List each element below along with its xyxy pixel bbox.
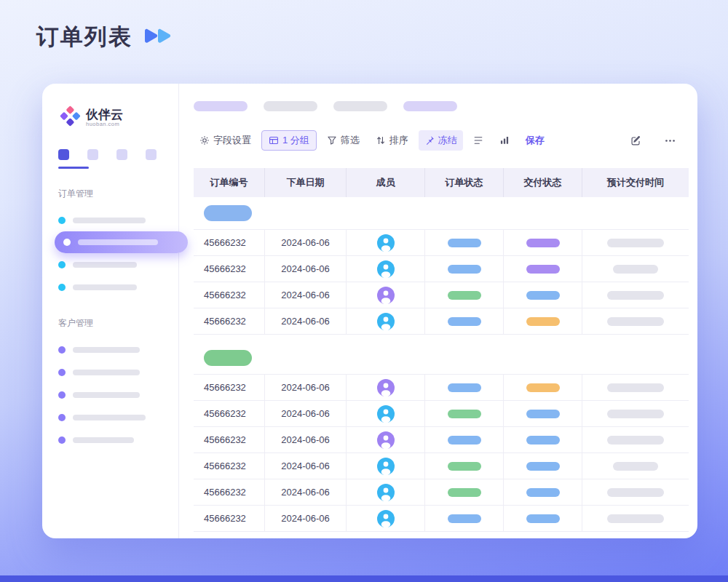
table-row[interactable]: 456662322024-06-06 — [194, 256, 689, 282]
cell-eta — [582, 453, 689, 479]
group-gap — [194, 335, 689, 342]
table-row[interactable]: 456662322024-06-06 — [194, 230, 689, 256]
cell-order-no: 45666232 — [194, 230, 265, 255]
cell-order-status — [425, 453, 504, 479]
chart-button[interactable] — [494, 132, 515, 149]
cell-eta — [582, 230, 689, 255]
column-header-5[interactable]: 交付状态 — [504, 168, 582, 197]
cell-delivery-status — [504, 427, 582, 453]
cell-member — [347, 479, 425, 505]
table-row[interactable]: 456662322024-06-06 — [194, 427, 689, 453]
sidebar-item[interactable] — [58, 209, 162, 231]
cell-order-no: 45666232 — [194, 375, 265, 400]
delivery-status-pill — [526, 462, 560, 471]
cell-order-date: 2024-06-06 — [265, 282, 347, 308]
column-header-1[interactable]: 订单编号 — [194, 168, 265, 197]
row-height-button[interactable] — [467, 132, 489, 149]
member-avatar-icon — [377, 484, 395, 501]
member-avatar-icon — [377, 458, 395, 475]
group-header-row[interactable] — [194, 197, 689, 230]
column-header-6[interactable]: 预计交付时间 — [582, 168, 689, 197]
freeze-label: 冻结 — [438, 134, 457, 147]
member-avatar-icon — [377, 287, 395, 304]
table-row[interactable]: 456662322024-06-06 — [194, 506, 689, 532]
cell-order-status — [425, 479, 504, 505]
cell-order-date: 2024-06-06 — [265, 506, 347, 531]
cell-order-no: 45666232 — [194, 256, 265, 282]
skeleton-pill — [403, 101, 457, 111]
cell-delivery-status — [504, 308, 582, 334]
gear-icon — [199, 135, 210, 146]
field-settings-button[interactable]: 字段设置 — [194, 130, 257, 151]
sidebar-tab-2[interactable] — [87, 149, 98, 160]
table-row[interactable]: 456662322024-06-06 — [194, 308, 689, 335]
eta-skeleton-pill — [607, 383, 664, 392]
table-row[interactable]: 456662322024-06-06 — [194, 375, 689, 401]
cell-order-no: 45666232 — [194, 506, 265, 531]
filter-button[interactable]: 筛选 — [321, 130, 365, 151]
sort-button[interactable]: 排序 — [370, 130, 414, 151]
sidebar-tab-1[interactable] — [58, 149, 69, 160]
cell-member — [347, 308, 425, 334]
freeze-button[interactable]: 冻结 — [419, 130, 463, 151]
huoban-logo-icon — [58, 105, 80, 130]
order-status-pill — [448, 383, 481, 392]
sidebar-item[interactable] — [58, 338, 162, 361]
cell-order-no: 45666232 — [194, 308, 265, 334]
page-header: 订单列表 — [36, 22, 175, 52]
eta-skeleton-pill — [613, 462, 658, 471]
column-header-4[interactable]: 订单状态 — [425, 168, 504, 197]
table-row[interactable]: 456662322024-06-06 — [194, 401, 689, 427]
sort-label: 排序 — [389, 134, 408, 147]
delivery-status-pill — [526, 265, 560, 274]
sidebar-item[interactable] — [58, 253, 162, 276]
column-header-3[interactable]: 成员 — [347, 168, 425, 197]
cell-delivery-status — [504, 506, 582, 531]
group-title-pill — [204, 205, 252, 221]
cell-eta — [582, 256, 689, 282]
table-body: 456662322024-06-06456662322024-06-064566… — [194, 197, 689, 532]
sidebar-item[interactable] — [58, 383, 162, 406]
cell-order-date: 2024-06-06 — [265, 256, 347, 282]
delivery-status-pill — [526, 317, 560, 326]
sidebar-tab-4[interactable] — [146, 149, 157, 160]
sidebar: 伙伴云 huoban.com 订单管理客户管理 — [42, 84, 179, 538]
delivery-status-pill — [526, 410, 560, 418]
group-button[interactable]: 1 分组 — [261, 130, 317, 151]
save-label: 保存 — [526, 134, 545, 147]
skeleton-pill — [194, 101, 248, 111]
logo-domain: huoban.com — [86, 121, 123, 127]
item-skeleton-bar — [73, 284, 137, 290]
member-avatar-icon — [377, 405, 395, 423]
save-button[interactable]: 保存 — [520, 130, 550, 151]
toolbar: 字段设置1 分组筛选排序冻结保存 — [194, 130, 689, 151]
cell-eta — [582, 506, 689, 531]
sidebar-tab-3[interactable] — [116, 149, 127, 160]
item-skeleton-bar — [73, 370, 140, 375]
table-row[interactable]: 456662322024-06-06 — [194, 453, 689, 479]
sidebar-item[interactable] — [55, 231, 188, 253]
sidebar-item[interactable] — [58, 276, 162, 298]
chart-icon — [499, 135, 510, 146]
toolbar-left: 字段设置1 分组筛选排序冻结保存 — [194, 130, 625, 151]
cell-member — [347, 453, 425, 479]
item-dot — [58, 414, 66, 421]
more-button[interactable] — [659, 132, 681, 150]
table-row[interactable]: 456662322024-06-06 — [194, 479, 689, 506]
cell-delivery-status — [504, 453, 582, 479]
order-status-pill — [448, 265, 481, 274]
edit-button[interactable] — [625, 132, 647, 150]
cell-order-date: 2024-06-06 — [265, 401, 347, 426]
table-row[interactable]: 456662322024-06-06 — [194, 282, 689, 308]
item-dot — [63, 239, 71, 246]
eta-skeleton-pill — [607, 239, 664, 247]
cell-order-status — [425, 375, 504, 400]
cell-delivery-status — [504, 282, 582, 308]
sidebar-item[interactable] — [58, 406, 162, 428]
cell-order-no: 45666232 — [194, 427, 265, 453]
sidebar-item[interactable] — [58, 361, 162, 383]
sidebar-item[interactable] — [58, 428, 162, 451]
column-header-2[interactable]: 下单日期 — [265, 168, 347, 197]
item-dot — [58, 261, 66, 268]
group-header-row[interactable] — [194, 342, 689, 375]
